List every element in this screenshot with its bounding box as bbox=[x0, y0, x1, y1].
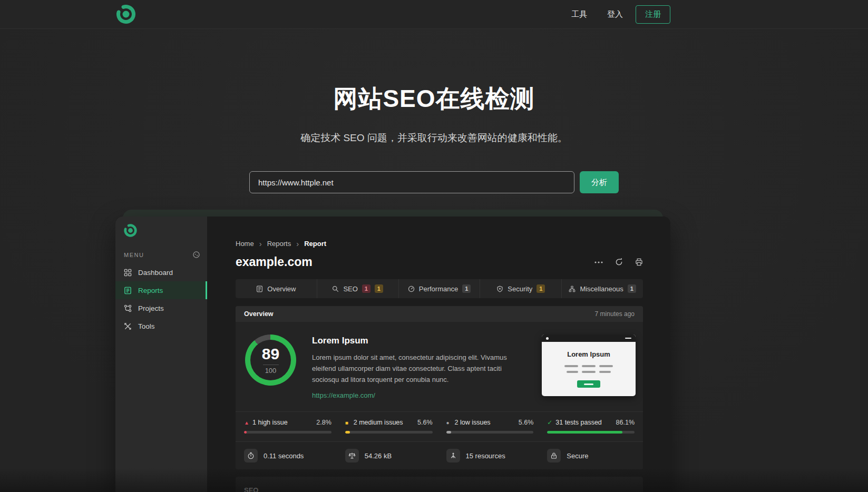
progress-fill bbox=[244, 431, 247, 434]
score-ring: 89 100 bbox=[245, 334, 296, 386]
sidebar-item-dashboard[interactable]: Dashboard bbox=[115, 263, 207, 281]
stat-medium-issues: ■ 2 medium issues 5.6% bbox=[345, 419, 433, 434]
seo-panel: SEO bbox=[236, 477, 643, 492]
browser-titlebar bbox=[542, 334, 636, 342]
site-description: Lorem ipsum dolor sit amet, consectetur … bbox=[312, 352, 527, 385]
sidebar-item-tools[interactable]: Tools bbox=[115, 317, 207, 335]
tab-label: Performance bbox=[419, 285, 458, 293]
lock-icon bbox=[547, 449, 561, 463]
breadcrumb: Home › Reports › Report bbox=[236, 239, 643, 248]
stat-high-issues: ▲ 1 high issue 2.8% bbox=[244, 419, 331, 434]
sidebar-item-label: Projects bbox=[138, 304, 164, 312]
stat-label: 2 medium issues bbox=[354, 419, 417, 426]
hero-section: 网站SEO在线检测 确定技术 SEO 问题，并采取行动来改善网站的健康和性能。 … bbox=[0, 29, 868, 193]
nav-link-tools[interactable]: 工具 bbox=[571, 9, 587, 19]
window-dot-icon bbox=[546, 337, 549, 340]
metric-label: 0.11 seconds bbox=[264, 452, 304, 460]
progress-fill bbox=[345, 431, 350, 434]
neutral-badge: 1 bbox=[628, 284, 636, 293]
progress-fill bbox=[547, 431, 622, 434]
stat-percent: 2.8% bbox=[316, 419, 331, 426]
report-content: Home › Reports › Report example.com bbox=[207, 217, 670, 492]
check-icon: ✓ bbox=[547, 419, 555, 426]
stopwatch-icon bbox=[244, 449, 258, 463]
square-icon: ■ bbox=[345, 420, 354, 426]
overview-panel: Overview 7 minutes ago 89 100 Lorem Ipsu… bbox=[236, 306, 643, 469]
gauge-icon bbox=[408, 286, 415, 292]
metric-resources: 15 resources bbox=[446, 449, 534, 463]
circle-icon: ● bbox=[446, 420, 455, 426]
report-domain-title: example.com bbox=[236, 255, 594, 269]
resources-icon bbox=[446, 449, 460, 463]
metric-load-time: 0.11 seconds bbox=[244, 449, 331, 463]
progress-fill bbox=[446, 431, 451, 434]
stat-label: 31 tests passed bbox=[555, 419, 616, 426]
url-input[interactable] bbox=[249, 171, 574, 193]
overview-panel-title: Overview bbox=[244, 310, 274, 318]
neutral-badge: 1 bbox=[462, 284, 471, 293]
medium-issue-badge: 1 bbox=[375, 284, 383, 293]
sidebar-item-reports[interactable]: Reports bbox=[115, 281, 207, 299]
site-title: Lorem Ipsum bbox=[312, 336, 527, 346]
register-button[interactable]: 注册 bbox=[636, 5, 670, 24]
metric-page-size: 54.26 kB bbox=[345, 449, 433, 463]
report-icon bbox=[124, 287, 132, 294]
breadcrumb-reports[interactable]: Reports bbox=[267, 240, 291, 248]
breadcrumb-separator: › bbox=[259, 239, 262, 248]
analyze-button[interactable]: 分析 bbox=[580, 171, 619, 193]
breadcrumb-report: Report bbox=[304, 240, 326, 248]
sitemap-icon bbox=[569, 286, 576, 292]
menu-section-label: MENU bbox=[124, 252, 144, 258]
metric-label: Secure bbox=[567, 452, 588, 460]
stat-label: 2 low issues bbox=[455, 419, 519, 426]
stat-percent: 5.6% bbox=[519, 419, 534, 426]
tab-label: Overview bbox=[267, 285, 296, 293]
site-url-link[interactable]: https://example.com/ bbox=[312, 391, 375, 399]
metric-label: 54.26 kB bbox=[365, 452, 392, 460]
preview-green-button bbox=[577, 380, 600, 388]
sidebar-item-label: Reports bbox=[138, 287, 163, 294]
report-card-stack: MENU Dashboard bbox=[115, 217, 670, 492]
tab-label: Miscellaneous bbox=[580, 285, 623, 293]
issue-stats-row: ▲ 1 high issue 2.8% ■ 2 medium issues 5.… bbox=[236, 411, 643, 441]
tab-miscellaneous[interactable]: Miscellaneous 1 bbox=[561, 279, 643, 298]
breadcrumb-home[interactable]: Home bbox=[236, 240, 254, 248]
sidebar-item-label: Tools bbox=[138, 322, 155, 330]
more-icon[interactable] bbox=[594, 261, 603, 263]
scale-icon bbox=[345, 449, 359, 463]
preview-placeholder-lines bbox=[564, 365, 613, 373]
tab-overview[interactable]: Overview bbox=[236, 279, 317, 298]
tab-security[interactable]: Security 1 bbox=[480, 279, 561, 298]
print-icon[interactable] bbox=[635, 258, 643, 266]
sidebar-logo-icon[interactable] bbox=[123, 223, 207, 238]
search-icon bbox=[332, 286, 339, 292]
page-subtitle: 确定技术 SEO 问题，并采取行动来改善网站的健康和性能。 bbox=[0, 131, 868, 145]
metrics-row: 0.11 seconds 54.26 kB bbox=[236, 441, 643, 469]
triangle-icon: ▲ bbox=[244, 420, 252, 426]
report-timestamp: 7 minutes ago bbox=[595, 310, 635, 318]
collapse-circle-icon[interactable] bbox=[193, 251, 200, 258]
stat-label: 1 high issue bbox=[252, 419, 316, 426]
page-title: 网站SEO在线检测 bbox=[0, 83, 868, 115]
tab-label: Security bbox=[508, 285, 532, 293]
window-menu-icon bbox=[625, 338, 631, 339]
refresh-icon[interactable] bbox=[615, 258, 623, 266]
stat-percent: 5.6% bbox=[417, 419, 433, 426]
stat-percent: 86.1% bbox=[616, 419, 635, 426]
stat-low-issues: ● 2 low issues 5.6% bbox=[446, 419, 534, 434]
tab-performance[interactable]: Performance 1 bbox=[398, 279, 480, 298]
overview-icon bbox=[256, 286, 263, 292]
sidebar: MENU Dashboard bbox=[115, 217, 207, 492]
preview-title: Lorem Ipsum bbox=[567, 350, 610, 358]
metric-label: 15 resources bbox=[466, 452, 505, 460]
site-preview-thumbnail: Lorem Ipsum bbox=[542, 334, 636, 396]
tab-seo[interactable]: SEO 1 1 bbox=[317, 279, 398, 298]
score-divider bbox=[263, 365, 279, 365]
nav-link-login[interactable]: 登入 bbox=[607, 9, 623, 19]
shield-icon bbox=[496, 286, 503, 292]
brand-logo-icon[interactable] bbox=[115, 4, 136, 25]
report-card: MENU Dashboard bbox=[115, 217, 670, 492]
metric-secure: Secure bbox=[547, 449, 635, 463]
sidebar-item-projects[interactable]: Projects bbox=[115, 299, 207, 317]
medium-issue-badge: 1 bbox=[537, 284, 545, 293]
